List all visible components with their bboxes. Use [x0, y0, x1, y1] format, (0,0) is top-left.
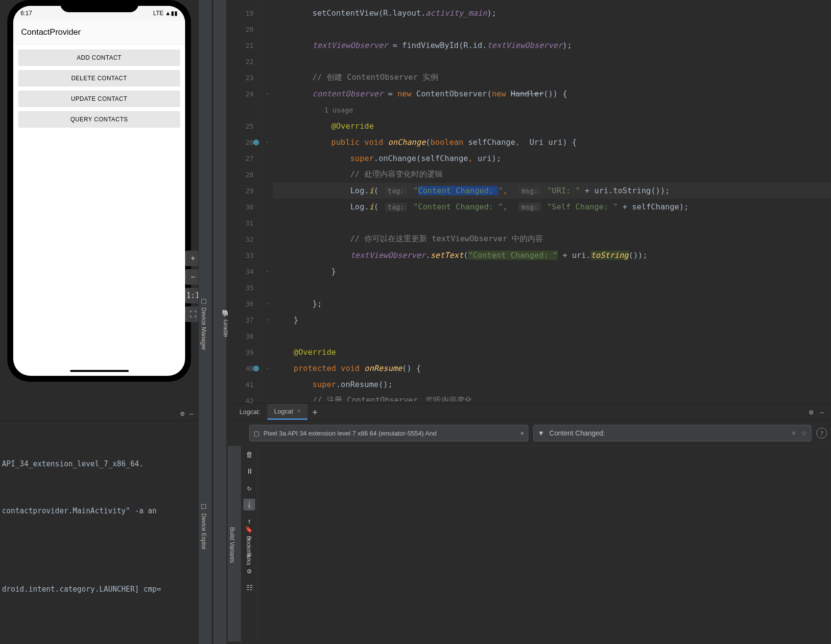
update-contact-button[interactable]: UPDATE CONTACT — [18, 91, 180, 107]
tool-window-tabs-1-lower: ▢Running Devices ☐Device Explor — [198, 406, 212, 644]
home-indicator[interactable] — [70, 370, 129, 372]
logcat-tab-active[interactable]: Logcat × — [267, 404, 308, 420]
logcat-toolbar: ▢ Pixel 3a API 34 extension level 7 x86 … — [228, 420, 831, 446]
device-icon: ▢ — [200, 297, 207, 304]
hide-icon[interactable]: — — [190, 410, 193, 417]
app-title: ContactProvider — [13, 21, 185, 45]
help-icon[interactable]: ? — [816, 428, 827, 438]
tool-window-tabs-2: Resource Manage ◆ 🐘Gradle — [213, 0, 227, 644]
status-indicators: LTE ▲▮▮ — [153, 10, 178, 17]
logcat-side-toolbar: 🗑 ⏸ ↻ ⭳ ↑ ↓ ≡ ⚙ ☷ — [241, 446, 257, 642]
logcat-panel-actions: ⚙ — — [809, 408, 831, 416]
logcat-filter[interactable]: ▼ × ☆ — [533, 425, 811, 441]
pause-log-button[interactable]: ⏸ — [243, 465, 255, 477]
folder-icon: ☐ — [200, 503, 207, 510]
fold-column[interactable]: ▾▾▾▾▾▾ — [262, 0, 273, 401]
console-line: droid.intent.category.LAUNCHER] cmp= — [2, 581, 196, 597]
device-select[interactable]: ▢ Pixel 3a API 34 extension level 7 x86 … — [249, 425, 528, 441]
clear-icon[interactable]: × — [792, 429, 796, 437]
gear-icon[interactable]: ⚙ — [180, 410, 184, 417]
next-button[interactable]: ↓ — [243, 532, 255, 544]
settings-log-button[interactable]: ⚙ — [243, 565, 255, 577]
console-header: ⚙ — — [0, 406, 198, 421]
phone-notch — [60, 0, 139, 12]
code-area[interactable]: setContentView(R.layout.activity_main); … — [273, 0, 831, 401]
scroll-end-button[interactable]: ⭳ — [243, 499, 255, 510]
phone-frame: 6:17 LTE ▲▮▮ ContactProvider ADD CONTACT… — [7, 0, 191, 382]
hide-icon[interactable]: — — [820, 408, 824, 416]
add-contact-button[interactable]: ADD CONTACT — [18, 49, 180, 66]
logcat-tab-bar: Logcat: Logcat × + ⚙ — — [228, 404, 831, 420]
prev-button[interactable]: ↑ — [243, 515, 255, 527]
console-line: contactprovider.MainActivity" -a an — [2, 503, 196, 519]
filter-icon: ▼ — [538, 429, 545, 437]
star-icon[interactable]: ☆ — [801, 429, 807, 437]
add-tab-button[interactable]: + — [308, 407, 323, 417]
tool-tab-device-manager[interactable]: ▢Device Manager — [199, 294, 208, 353]
status-time: 6:17 — [21, 10, 32, 17]
run-console: ⚙ — API_34_extension_level_7_x86_64. con… — [0, 406, 198, 644]
chevron-down-icon: ▾ — [521, 430, 524, 437]
logcat-output[interactable] — [257, 446, 831, 642]
console-output[interactable]: API_34_extension_level_7_x86_64. contact… — [0, 421, 198, 644]
gear-icon[interactable]: ⚙ — [809, 408, 813, 416]
phone-icon: ▢ — [254, 430, 260, 437]
logcat-body: Structure 🔖Bookmarks Build Variants 🗑 ⏸ … — [228, 446, 831, 642]
filter-input[interactable] — [549, 429, 787, 437]
gutter[interactable]: 1920212223242526272829303132333435363738… — [228, 0, 262, 401]
logcat-vertical-tabs: Structure 🔖Bookmarks Build Variants — [228, 446, 241, 642]
clear-log-button[interactable]: 🗑 — [243, 449, 255, 460]
tool-tab-device-explorer[interactable]: ☐Device Explor — [199, 500, 208, 552]
app-body: ADD CONTACT DELETE CONTACT UPDATE CONTAC… — [13, 45, 185, 133]
emulator-panel: 6:17 LTE ▲▮▮ ContactProvider ADD CONTACT… — [0, 0, 198, 405]
close-icon[interactable]: × — [297, 408, 301, 414]
restart-log-button[interactable]: ↻ — [243, 482, 255, 494]
logcat-panel: Logcat: Logcat × + ⚙ — ▢ Pixel 3a API 34… — [228, 403, 831, 644]
console-line: API_34_extension_level_7_x86_64. — [2, 456, 196, 472]
code-editor[interactable]: 1920212223242526272829303132333435363738… — [228, 0, 831, 401]
logcat-tab[interactable]: Logcat: — [233, 404, 267, 420]
device-name: Pixel 3a API 34 extension level 7 x86 64… — [263, 430, 517, 437]
phone-screen[interactable]: 6:17 LTE ▲▮▮ ContactProvider ADD CONTACT… — [13, 6, 185, 376]
query-contacts-button[interactable]: QUERY CONTACTS — [18, 111, 180, 128]
soft-wrap-button[interactable]: ≡ — [243, 549, 255, 560]
delete-contact-button[interactable]: DELETE CONTACT — [18, 70, 180, 87]
split-button[interactable]: ☷ — [243, 582, 255, 594]
tool-tab-build-variants[interactable]: Build Variants — [228, 524, 237, 566]
